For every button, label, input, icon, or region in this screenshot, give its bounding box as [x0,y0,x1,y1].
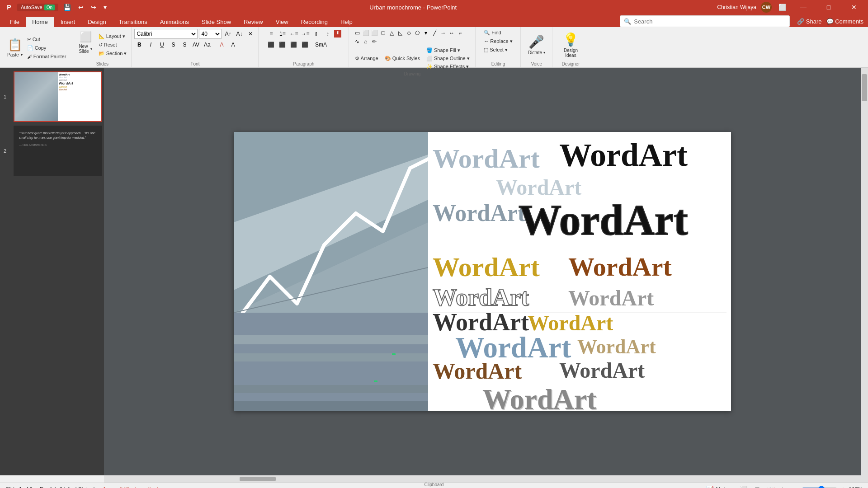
vertical-scrollbar[interactable] [861,68,868,475]
shape-arrow[interactable]: → [439,29,447,37]
shape-more[interactable]: ▾ [422,29,430,37]
layout-button[interactable]: 📐 Layout ▾ [97,33,129,40]
svg-rect-7 [234,385,428,393]
paste-label: Paste▾ [7,52,23,57]
bold-button[interactable]: B [134,40,144,50]
find-button[interactable]: 🔍 Find [482,29,503,37]
align-center-button[interactable]: ⬛ [278,40,288,50]
maximize-button[interactable]: □ [818,3,839,12]
tab-file[interactable]: File [4,17,26,27]
shape-line[interactable]: ╱ [430,29,439,37]
scrollbar-thumb-h[interactable] [240,477,276,481]
quick-styles-button[interactable]: 🎨 Quick Styles [383,55,422,62]
title-bar: P AutoSave On 💾 ↩ ↪ ▾ Urban monochrome -… [0,0,868,14]
shape-elbow[interactable]: ⌐ [456,29,464,37]
tab-view[interactable]: View [269,17,295,27]
font-family-select[interactable]: Calibri [134,29,198,39]
new-slide-button[interactable]: ⬜ NewSlide▾ [76,29,94,56]
tab-transitions[interactable]: Transitions [113,17,154,27]
smartart-button[interactable]: SmA [315,40,325,50]
shape-curved[interactable]: ∿ [353,38,361,46]
reset-button[interactable]: ↺ Reset [97,41,129,49]
clear-format-button[interactable]: ✕ [245,29,255,39]
search-bar: 🔍 [620,15,790,27]
autosave-state: On [44,5,55,10]
slide-image-svg [234,132,428,411]
case-button[interactable]: Aa [202,40,212,50]
paste-button[interactable]: 📋 Paste▾ [5,34,25,61]
font-size-select[interactable]: 40 [199,29,222,39]
minimize-button[interactable]: — [793,3,814,12]
shape-fill-button[interactable]: 🪣 Shape Fill ▾ [425,47,472,54]
shape-snip[interactable]: ⬜ [370,29,378,37]
section-button[interactable]: 📂 Section ▾ [97,50,129,57]
line-spacing-button[interactable]: ↕ [323,29,333,39]
customize-button[interactable]: ▾ [101,3,109,12]
autosave-button[interactable]: AutoSave On [17,4,58,11]
slide-thumb-2[interactable]: "Your best quote that reflects your appr… [14,126,102,176]
shape-rounded[interactable]: ⬜ [362,29,370,37]
increase-indent-button[interactable]: →≡ [300,29,310,39]
slides-group: ⬜ NewSlide▾ 📐 Layout ▾ ↺ Reset 📂 Section… [73,27,132,67]
copy-button[interactable]: 📄 Copy [25,44,68,52]
cut-button[interactable]: ✂ Cut [25,36,68,43]
shape-triangle[interactable]: △ [387,29,396,37]
format-painter-button[interactable]: 🖌 Format Painter [25,53,68,60]
underline-button[interactable]: U [157,40,167,50]
spacing-button[interactable]: AV [191,40,201,50]
shape-rtriangle[interactable]: ◺ [396,29,404,37]
ribbon-display-button[interactable]: ⬜ [776,3,788,12]
wordart-7: WordArt [568,252,672,282]
align-right-button[interactable]: ⬛ [289,40,299,50]
redo-button[interactable]: ↪ [89,3,99,12]
shape-doublearrow[interactable]: ↔ [448,29,456,37]
tab-slideshow[interactable]: Slide Show [195,17,237,27]
slide-thumb-1[interactable]: WordArt WordArt WordArt WordArt WordArt … [14,71,102,122]
shape-diamond[interactable]: ◇ [405,29,413,37]
shadow-button[interactable]: S [179,40,189,50]
shape-connector[interactable]: ⌂ [362,38,370,46]
shape-freeform[interactable]: ✏ [370,38,378,46]
tab-help[interactable]: Help [334,17,359,27]
arrange-button[interactable]: ⚙ Arrange [353,55,380,62]
bullets-button[interactable]: ≡ [266,29,276,39]
user-name: Christian Wijaya [717,4,756,10]
shape-parallelogram[interactable]: ⬡ [379,29,387,37]
tab-recording[interactable]: Recording [295,17,334,27]
tab-animations[interactable]: Animations [154,17,195,27]
voice-group: 🎤 Dictate▾ Voice [521,27,552,67]
dictate-button[interactable]: 🎤 Dictate▾ [525,31,548,58]
horizontal-scrollbar[interactable] [104,475,868,483]
strikethrough-button[interactable]: S [168,40,178,50]
tab-home[interactable]: Home [26,17,54,27]
tab-review[interactable]: Review [237,17,269,27]
columns-button[interactable]: ⫿ [311,29,321,39]
font-decrease-button[interactable]: A↓ [234,29,244,39]
shape-outline-button[interactable]: ⬜ Shape Outline ▾ [425,55,472,62]
decrease-indent-button[interactable]: ←≡ [289,29,299,39]
replace-button[interactable]: ↔ Replace ▾ [482,38,514,45]
highlight-button[interactable]: A [228,40,238,50]
save-button[interactable]: 💾 [61,3,73,12]
font-color-button[interactable]: A [217,40,226,50]
tab-design[interactable]: Design [81,17,112,27]
close-button[interactable]: ✕ [844,3,864,12]
text-direction-button[interactable]: ⬆ [334,30,341,38]
font-increase-button[interactable]: A↑ [223,29,233,39]
shape-rect[interactable]: ▭ [353,29,361,37]
numbering-button[interactable]: 1≡ [278,29,288,39]
user-avatar[interactable]: CW [761,2,772,13]
search-input[interactable] [634,18,786,25]
wordart-14: WordArt [433,358,522,384]
tab-insert[interactable]: Insert [54,17,82,27]
undo-button[interactable]: ↩ [76,3,86,12]
align-left-button[interactable]: ⬛ [266,40,276,50]
justify-button[interactable]: ⬛ [300,40,310,50]
design-ideas-button[interactable]: 💡 DesignIdeas [560,31,581,59]
select-button[interactable]: ⬚ Select ▾ [482,46,509,54]
share-button[interactable]: 🔗 Share [797,18,821,25]
italic-button[interactable]: I [146,40,156,50]
comments-button[interactable]: 💬 Comments [826,18,863,25]
scrollbar-thumb-v[interactable] [862,74,867,101]
shape-pentagon[interactable]: ⬠ [413,29,421,37]
